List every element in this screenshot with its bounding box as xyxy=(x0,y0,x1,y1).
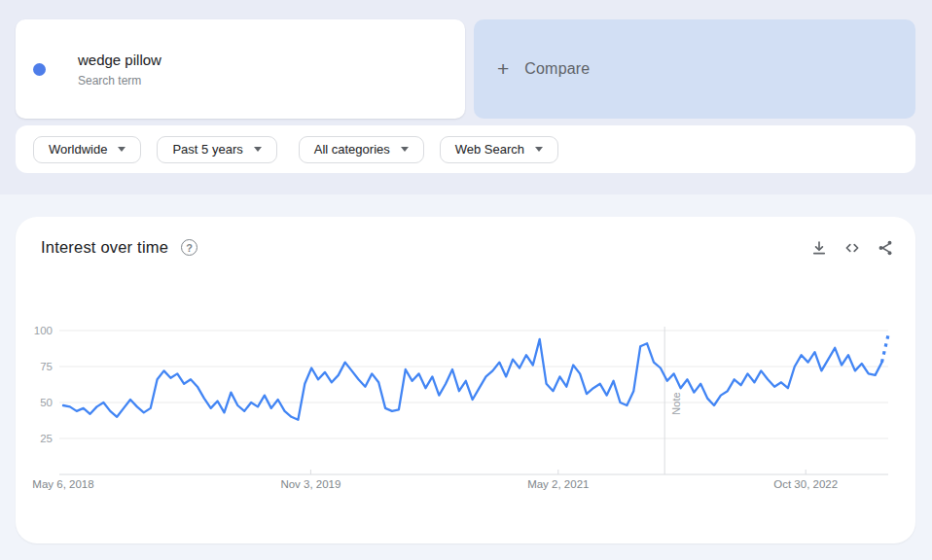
x-axis-tick-label: May 2, 2021 xyxy=(527,478,589,490)
note-label: Note xyxy=(670,392,682,414)
filter-searchtype-dropdown[interactable]: Web Search xyxy=(440,136,558,163)
search-term-title: wedge pillow xyxy=(78,52,161,68)
y-axis-tick-label: 50 xyxy=(40,397,53,408)
filter-category-dropdown[interactable]: All categories xyxy=(299,136,424,163)
filter-searchtype-label: Web Search xyxy=(455,142,524,157)
x-axis-tick-label: Oct 30, 2022 xyxy=(773,478,838,490)
help-icon[interactable]: ? xyxy=(181,239,197,256)
trend-line-partial xyxy=(881,334,888,362)
filter-timerange-dropdown[interactable]: Past 5 years xyxy=(157,136,276,163)
filter-category-label: All categories xyxy=(314,142,390,157)
download-icon[interactable] xyxy=(810,239,828,257)
trend-chart[interactable]: 100755025May 6, 2018Nov 3, 2019May 2, 20… xyxy=(16,309,915,513)
x-axis-tick-label: Nov 3, 2019 xyxy=(280,478,341,490)
x-axis-tick-label: May 6, 2018 xyxy=(32,478,93,490)
compare-label: Compare xyxy=(524,60,590,78)
filter-region-dropdown[interactable]: Worldwide xyxy=(33,136,141,163)
search-term-text: wedge pillow Search term xyxy=(63,52,161,88)
search-term-type: Search term xyxy=(78,74,161,88)
chevron-down-icon xyxy=(535,147,543,152)
widget-header: Interest over time ? xyxy=(41,238,197,257)
y-axis-tick-label: 25 xyxy=(40,433,53,444)
share-icon[interactable] xyxy=(877,239,894,257)
trend-line xyxy=(63,339,882,420)
embed-icon[interactable] xyxy=(843,239,861,257)
chevron-down-icon xyxy=(254,147,262,152)
interest-over-time-widget: Interest over time ? 100755025May 6, 201… xyxy=(16,217,915,543)
chevron-down-icon xyxy=(401,147,409,152)
filter-bar: Worldwide Past 5 years All categories We… xyxy=(16,125,915,173)
search-term-card[interactable]: wedge pillow Search term xyxy=(16,19,465,119)
widget-actions xyxy=(810,239,894,257)
add-comparison-card[interactable]: + Compare xyxy=(474,19,915,119)
filter-region-label: Worldwide xyxy=(49,142,107,157)
series-color-dot xyxy=(33,63,46,76)
widget-title: Interest over time xyxy=(41,238,168,257)
y-axis-tick-label: 100 xyxy=(34,325,53,336)
chevron-down-icon xyxy=(118,147,125,152)
filter-timerange-label: Past 5 years xyxy=(172,142,242,157)
plus-icon: + xyxy=(497,57,509,81)
y-axis-tick-label: 75 xyxy=(40,361,53,372)
